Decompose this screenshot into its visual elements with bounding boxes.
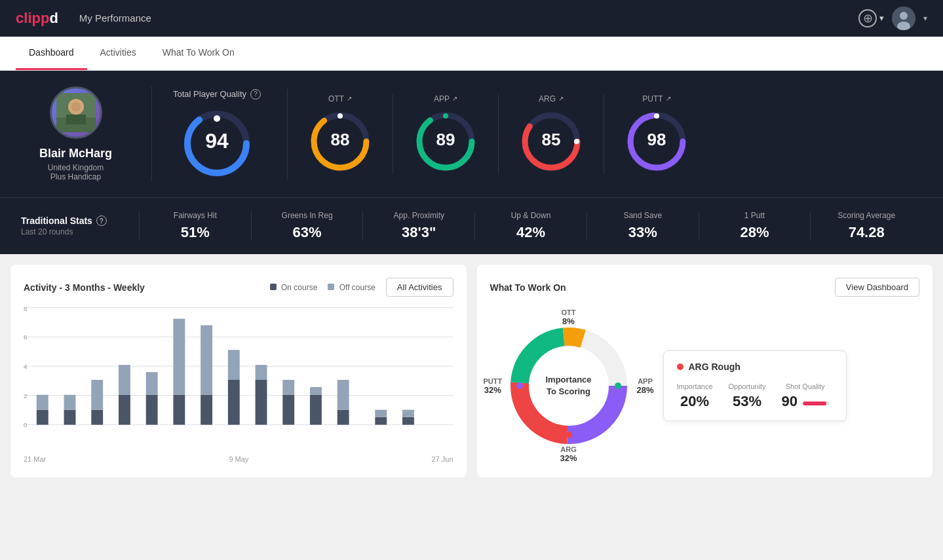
all-activities-button[interactable]: All Activities — [386, 278, 453, 297]
svg-point-10 — [214, 115, 220, 122]
wtwo-info-card: ARG Rough Importance 20% Opportunity 53%… — [663, 350, 847, 421]
legend-on-course: On course — [270, 283, 318, 292]
chart-x-labels: 21 Mar 9 May 27 Jun — [24, 451, 453, 463]
stats-help-icon[interactable]: ? — [96, 215, 107, 226]
stat-fairways-value: 51% — [181, 224, 210, 241]
player-info: Blair McHarg United Kingdom Plus Handica… — [21, 86, 152, 181]
putt-arrow-icon: ↗ — [666, 95, 671, 102]
svg-rect-43 — [91, 380, 103, 410]
svg-point-7 — [71, 102, 81, 112]
svg-text:8: 8 — [24, 307, 28, 312]
add-button[interactable]: ⊕ ▾ — [858, 9, 884, 28]
player-avatar-image — [56, 93, 96, 132]
metric-importance-label: Importance — [677, 383, 713, 390]
gauge-ott-label: OTT ↗ — [328, 94, 352, 103]
svg-text:94: 94 — [205, 129, 229, 153]
stat-greens-value: 63% — [293, 224, 322, 241]
avatar[interactable] — [892, 7, 915, 30]
tab-dashboard[interactable]: Dashboard — [16, 37, 87, 70]
stat-fairways: Fairways Hit 51% — [139, 211, 251, 241]
tab-what-to-work-on[interactable]: What To Work On — [149, 37, 248, 70]
svg-point-74 — [516, 383, 523, 389]
score-gauges: OTT ↗ 88 APP ↗ — [288, 94, 922, 174]
activity-chart-svg: 0 2 4 6 8 — [24, 307, 453, 451]
stats-row: Traditional Stats ? Last 20 rounds Fairw… — [0, 197, 943, 254]
svg-rect-6 — [66, 115, 86, 124]
svg-point-71 — [566, 333, 572, 340]
player-country: United Kingdom — [48, 163, 104, 172]
stat-oneputt: 1 Putt 28% — [699, 211, 811, 241]
svg-rect-65 — [402, 410, 414, 417]
svg-rect-49 — [173, 319, 185, 395]
view-dashboard-button[interactable]: View Dashboard — [835, 278, 919, 297]
stat-greens-label: Greens In Reg — [282, 211, 333, 220]
chevron-icon: ▾ — [879, 13, 884, 23]
stat-oneputt-value: 28% — [740, 224, 769, 241]
gauge-arg: ARG ↗ 85 — [499, 94, 604, 174]
svg-rect-55 — [256, 365, 267, 380]
stat-proximity-value: 38'3" — [402, 224, 436, 241]
svg-rect-40 — [64, 410, 76, 425]
svg-rect-63 — [375, 410, 387, 417]
stat-sandsave-value: 33% — [628, 224, 657, 241]
player-avatar — [50, 86, 102, 139]
stat-oneputt-label: 1 Putt — [744, 211, 765, 220]
activity-panel-controls: On course Off course All Activities — [270, 278, 453, 297]
svg-rect-61 — [337, 380, 349, 410]
donut-label-putt: PUTT 32% — [484, 377, 503, 395]
svg-rect-51 — [201, 326, 212, 395]
legend-on-course-dot — [270, 284, 277, 290]
nav-tabs: Dashboard Activities What To Work On — [0, 37, 943, 71]
metric-shotquality-label: Shot Quality — [786, 383, 825, 390]
info-card-dot — [677, 364, 683, 370]
svg-point-1 — [900, 12, 908, 20]
metric-shotquality-value: 90 — [781, 393, 797, 410]
total-quality: Total Player Quality ? 94 — [173, 89, 288, 179]
metric-importance: Importance 20% — [677, 383, 713, 410]
svg-rect-46 — [146, 395, 158, 425]
player-name: Blair McHarg — [39, 147, 112, 160]
svg-rect-58 — [310, 395, 322, 425]
metric-shotquality-bar-fill — [803, 401, 826, 405]
total-quality-gauge: 94 — [181, 107, 253, 179]
svg-rect-56 — [282, 395, 294, 425]
gauge-arg-label: ARG ↗ — [539, 94, 564, 103]
plus-icon: ⊕ — [858, 9, 877, 28]
stat-fairways-label: Fairways Hit — [174, 211, 217, 220]
tab-activities[interactable]: Activities — [87, 37, 149, 70]
activity-title: Activity - 3 Months - Weekly — [24, 282, 145, 293]
svg-rect-41 — [64, 395, 76, 410]
activity-panel: Activity - 3 Months - Weekly On course O… — [10, 265, 467, 477]
info-card-metrics: Importance 20% Opportunity 53% Shot Qual… — [677, 383, 833, 410]
putt-gauge-svg: 98 — [624, 109, 689, 174]
stat-proximity: App. Proximity 38'3" — [362, 211, 474, 241]
svg-text:89: 89 — [436, 130, 455, 149]
stat-scoring: Scoring Average 74.28 — [810, 211, 922, 241]
scores-section: Total Player Quality ? 94 OTT ↗ — [152, 89, 922, 179]
svg-text:4: 4 — [24, 363, 28, 370]
bottom-panels: Activity - 3 Months - Weekly On course O… — [0, 254, 943, 488]
svg-rect-60 — [337, 410, 349, 425]
header-right: ⊕ ▾ ▾ — [858, 7, 927, 30]
arg-gauge-svg: 85 — [518, 109, 584, 174]
gauge-putt-label: PUTT ↗ — [642, 94, 670, 103]
avatar-image — [892, 7, 915, 30]
total-quality-help-icon[interactable]: ? — [250, 89, 261, 100]
player-handicap: Plus Handicap — [50, 172, 101, 181]
header: clippd My Performance ⊕ ▾ ▾ — [0, 0, 943, 37]
svg-text:2: 2 — [24, 392, 28, 400]
metric-opportunity-value: 53% — [733, 393, 761, 410]
ott-arrow-icon: ↗ — [347, 95, 352, 102]
svg-rect-42 — [91, 410, 103, 425]
svg-rect-39 — [37, 395, 48, 410]
stat-sandsave: Sand Save 33% — [587, 211, 699, 241]
svg-rect-38 — [37, 410, 48, 425]
svg-rect-45 — [119, 365, 130, 395]
stat-scoring-value: 74.28 — [849, 224, 885, 241]
svg-point-22 — [574, 139, 579, 144]
stat-updown-value: 42% — [516, 224, 545, 241]
legend-off-course: Off course — [328, 283, 375, 292]
metric-shotquality-row: 90 — [781, 393, 828, 410]
gauge-putt: PUTT ↗ 98 — [604, 94, 709, 174]
stat-sandsave-label: Sand Save — [623, 211, 662, 220]
